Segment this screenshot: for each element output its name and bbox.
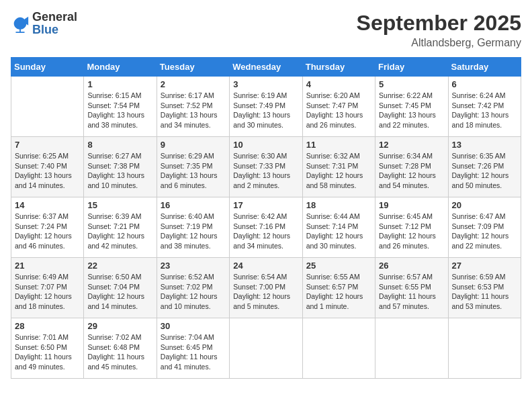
day-info: Sunrise: 6:55 AM Sunset: 6:57 PM Dayligh… [306,272,371,312]
calendar-table: SundayMondayTuesdayWednesdayThursdayFrid… [11,57,521,379]
day-info: Sunrise: 6:50 AM Sunset: 7:04 PM Dayligh… [87,272,152,312]
calendar-cell: 18Sunrise: 6:44 AM Sunset: 7:14 PM Dayli… [302,197,375,258]
calendar-cell: 22Sunrise: 6:50 AM Sunset: 7:04 PM Dayli… [84,258,157,318]
day-number: 17 [233,200,298,210]
day-info: Sunrise: 6:39 AM Sunset: 7:21 PM Dayligh… [87,212,152,251]
calendar-cell [230,318,302,379]
calendar-cell [302,318,375,379]
day-info: Sunrise: 6:57 AM Sunset: 6:55 PM Dayligh… [379,272,444,312]
calendar-cell: 7Sunrise: 6:25 AM Sunset: 7:40 PM Daylig… [11,137,84,197]
week-row-5: 28Sunrise: 7:01 AM Sunset: 6:50 PM Dayli… [11,318,521,379]
day-info: Sunrise: 6:25 AM Sunset: 7:40 PM Dayligh… [15,151,80,191]
day-info: Sunrise: 6:54 AM Sunset: 7:00 PM Dayligh… [233,272,298,312]
day-number: 24 [233,261,298,271]
calendar-subtitle: Altlandsberg, Germany [357,37,521,49]
calendar-cell: 20Sunrise: 6:47 AM Sunset: 7:09 PM Dayli… [448,197,521,258]
day-info: Sunrise: 6:34 AM Sunset: 7:28 PM Dayligh… [379,151,444,191]
day-info: Sunrise: 6:42 AM Sunset: 7:16 PM Dayligh… [233,212,298,251]
day-number: 16 [161,200,226,210]
day-info: Sunrise: 6:59 AM Sunset: 6:53 PM Dayligh… [452,272,517,312]
calendar-cell: 5Sunrise: 6:22 AM Sunset: 7:45 PM Daylig… [375,77,448,137]
calendar-cell: 28Sunrise: 7:01 AM Sunset: 6:50 PM Dayli… [11,318,84,379]
calendar-cell: 21Sunrise: 6:49 AM Sunset: 7:07 PM Dayli… [11,258,84,318]
day-number: 13 [452,140,517,150]
day-number: 20 [452,200,517,210]
day-number: 27 [452,261,517,271]
calendar-cell: 3Sunrise: 6:19 AM Sunset: 7:49 PM Daylig… [230,77,302,137]
day-info: Sunrise: 6:20 AM Sunset: 7:47 PM Dayligh… [306,91,371,130]
logo-icon [11,14,30,33]
calendar-cell: 11Sunrise: 6:32 AM Sunset: 7:31 PM Dayli… [302,137,375,197]
logo-general: General Blue [32,11,77,36]
calendar-cell: 12Sunrise: 6:34 AM Sunset: 7:28 PM Dayli… [375,137,448,197]
day-number: 18 [306,200,371,210]
calendar-cell: 8Sunrise: 6:27 AM Sunset: 7:38 PM Daylig… [84,137,157,197]
day-number: 5 [379,79,444,89]
calendar-cell: 27Sunrise: 6:59 AM Sunset: 6:53 PM Dayli… [448,258,521,318]
calendar-title: September 2025 [357,11,521,36]
day-number: 12 [379,140,444,150]
calendar-cell: 10Sunrise: 6:30 AM Sunset: 7:33 PM Dayli… [230,137,302,197]
calendar-cell: 17Sunrise: 6:42 AM Sunset: 7:16 PM Dayli… [230,197,302,258]
day-info: Sunrise: 7:04 AM Sunset: 6:45 PM Dayligh… [161,332,226,372]
day-info: Sunrise: 6:22 AM Sunset: 7:45 PM Dayligh… [379,91,444,130]
day-number: 6 [452,79,517,89]
calendar-cell: 13Sunrise: 6:35 AM Sunset: 7:26 PM Dayli… [448,137,521,197]
day-info: Sunrise: 6:45 AM Sunset: 7:12 PM Dayligh… [379,212,444,251]
calendar-cell [11,77,84,137]
calendar-cell: 29Sunrise: 7:02 AM Sunset: 6:48 PM Dayli… [84,318,157,379]
week-row-1: 1Sunrise: 6:15 AM Sunset: 7:54 PM Daylig… [11,77,521,137]
header-day-friday: Friday [375,58,448,77]
day-info: Sunrise: 6:44 AM Sunset: 7:14 PM Dayligh… [306,212,371,251]
day-number: 11 [306,140,371,150]
header: General Blue September 2025 Altlandsberg… [11,11,521,49]
calendar-cell: 30Sunrise: 7:04 AM Sunset: 6:45 PM Dayli… [157,318,229,379]
day-info: Sunrise: 6:17 AM Sunset: 7:52 PM Dayligh… [161,91,226,130]
day-number: 25 [306,261,371,271]
day-number: 30 [161,321,226,331]
day-number: 2 [161,79,226,89]
calendar-cell: 19Sunrise: 6:45 AM Sunset: 7:12 PM Dayli… [375,197,448,258]
calendar-cell: 9Sunrise: 6:29 AM Sunset: 7:35 PM Daylig… [157,137,229,197]
calendar-cell [375,318,448,379]
header-day-saturday: Saturday [448,58,521,77]
day-info: Sunrise: 6:40 AM Sunset: 7:19 PM Dayligh… [161,212,226,251]
day-number: 22 [87,261,152,271]
calendar-cell: 15Sunrise: 6:39 AM Sunset: 7:21 PM Dayli… [84,197,157,258]
day-info: Sunrise: 7:01 AM Sunset: 6:50 PM Dayligh… [15,332,80,372]
day-number: 8 [87,140,152,150]
day-number: 7 [15,140,80,150]
day-info: Sunrise: 6:35 AM Sunset: 7:26 PM Dayligh… [452,151,517,191]
day-info: Sunrise: 6:29 AM Sunset: 7:35 PM Dayligh… [161,151,226,191]
day-number: 21 [15,261,80,271]
day-info: Sunrise: 6:37 AM Sunset: 7:24 PM Dayligh… [15,212,80,251]
calendar-cell: 23Sunrise: 6:52 AM Sunset: 7:02 PM Dayli… [157,258,229,318]
day-number: 23 [161,261,226,271]
day-info: Sunrise: 6:52 AM Sunset: 7:02 PM Dayligh… [161,272,226,312]
calendar-cell: 25Sunrise: 6:55 AM Sunset: 6:57 PM Dayli… [302,258,375,318]
day-number: 29 [87,321,152,331]
day-number: 1 [87,79,152,89]
week-row-2: 7Sunrise: 6:25 AM Sunset: 7:40 PM Daylig… [11,137,521,197]
header-day-thursday: Thursday [302,58,375,77]
day-info: Sunrise: 6:49 AM Sunset: 7:07 PM Dayligh… [15,272,80,312]
day-number: 9 [161,140,226,150]
header-day-monday: Monday [84,58,157,77]
day-number: 28 [15,321,80,331]
week-row-3: 14Sunrise: 6:37 AM Sunset: 7:24 PM Dayli… [11,197,521,258]
calendar-cell: 6Sunrise: 6:24 AM Sunset: 7:42 PM Daylig… [448,77,521,137]
day-number: 26 [379,261,444,271]
day-info: Sunrise: 6:24 AM Sunset: 7:42 PM Dayligh… [452,91,517,130]
day-info: Sunrise: 6:32 AM Sunset: 7:31 PM Dayligh… [306,151,371,191]
day-number: 3 [233,79,298,89]
day-number: 10 [233,140,298,150]
day-info: Sunrise: 6:47 AM Sunset: 7:09 PM Dayligh… [452,212,517,251]
calendar-cell: 1Sunrise: 6:15 AM Sunset: 7:54 PM Daylig… [84,77,157,137]
day-number: 4 [306,79,371,89]
calendar-cell: 4Sunrise: 6:20 AM Sunset: 7:47 PM Daylig… [302,77,375,137]
header-row: SundayMondayTuesdayWednesdayThursdayFrid… [11,58,521,77]
calendar-cell: 14Sunrise: 6:37 AM Sunset: 7:24 PM Dayli… [11,197,84,258]
header-day-tuesday: Tuesday [157,58,229,77]
day-number: 14 [15,200,80,210]
logo: General Blue [11,11,77,36]
